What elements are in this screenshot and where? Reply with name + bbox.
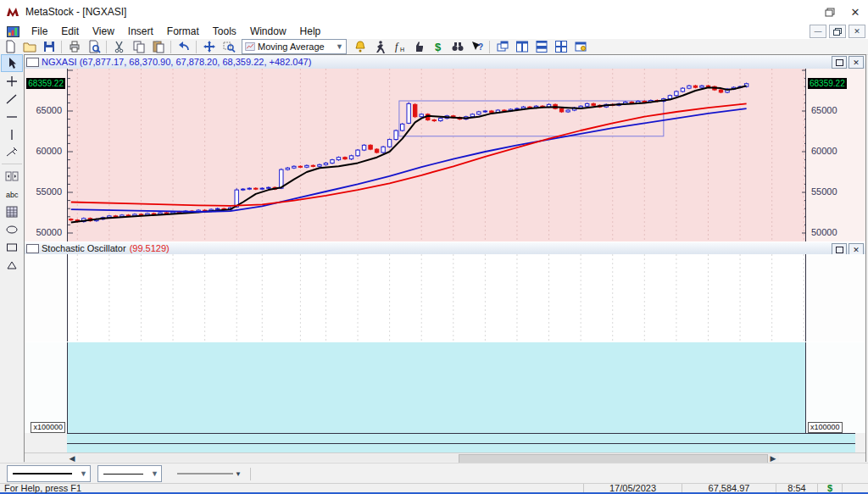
ellipse-tool-icon	[5, 223, 19, 236]
tile-vertical-button[interactable]	[512, 40, 531, 54]
paste-icon	[152, 40, 165, 53]
menu-format[interactable]: Format	[160, 25, 206, 38]
crosshair-tool-button[interactable]	[1, 72, 23, 90]
menu-window[interactable]: Window	[243, 25, 293, 38]
copy-button[interactable]	[129, 40, 148, 54]
triangle-tool-icon	[5, 258, 19, 272]
print-button[interactable]	[64, 40, 84, 54]
hline-tool-button[interactable]	[1, 108, 23, 125]
paste-button[interactable]	[148, 40, 168, 54]
menu-file[interactable]: File	[25, 25, 54, 38]
vline-tool-button[interactable]	[1, 125, 23, 143]
pane-collapse-box[interactable]	[26, 244, 39, 253]
volume-multiplier: x100000	[31, 422, 65, 433]
print-preview-icon	[87, 40, 101, 53]
scroll-right-button[interactable]: ▶	[768, 453, 778, 463]
volume-plot[interactable]	[67, 342, 806, 433]
open-folder-icon	[23, 40, 36, 53]
new-document-button[interactable]	[0, 40, 19, 54]
status-time: 8:54	[776, 484, 817, 492]
tile-grid-icon	[554, 40, 568, 53]
cut-icon	[113, 40, 126, 53]
close-document-button[interactable]: ✕	[849, 25, 865, 38]
data-grid-icon	[5, 205, 19, 219]
chart-window: NGXASI (67,877.17, 68,370.90, 67,878.20,…	[24, 54, 866, 462]
close-window-button[interactable]: ✕	[843, 3, 868, 21]
line-weight-dropdown[interactable]: ▼	[97, 465, 162, 482]
save-icon	[42, 40, 56, 53]
split-panes-button[interactable]	[1, 167, 23, 185]
rectangle-tool-button[interactable]	[1, 238, 23, 256]
menu-edit[interactable]: Edit	[54, 25, 86, 38]
pan-button[interactable]	[199, 40, 219, 54]
close-pane-button[interactable]: ✕	[849, 56, 864, 69]
hline-tool-icon	[5, 110, 19, 124]
context-help-button[interactable]: ?	[467, 40, 487, 54]
menu-help[interactable]: Help	[293, 25, 328, 38]
open-folder-button[interactable]	[19, 40, 39, 54]
new-document-icon	[3, 40, 17, 53]
menu-view[interactable]: View	[86, 25, 121, 38]
scroll-left-button[interactable]: ◀	[67, 453, 77, 463]
binoculars-button[interactable]	[448, 40, 467, 54]
line-style-dropdown[interactable]: ▼	[7, 465, 91, 482]
ellipse-tool-button[interactable]	[1, 220, 23, 238]
zoom-box-button[interactable]	[219, 40, 238, 54]
price-tick-label: 50000	[36, 227, 62, 237]
text-tool-icon: abc	[5, 187, 19, 201]
save-button[interactable]	[39, 40, 58, 54]
price-chart-plot[interactable]	[67, 69, 806, 241]
fibonacci-tool-button[interactable]	[1, 143, 23, 161]
print-preview-button[interactable]	[84, 40, 103, 54]
tile-horizontal-button[interactable]	[531, 40, 551, 54]
last-price-badge: 68359.22	[808, 78, 847, 89]
price-tick-label: 55000	[811, 186, 837, 197]
svg-text:f: f	[395, 41, 399, 53]
minimize-document-button[interactable]: —	[810, 25, 826, 38]
dollar-button[interactable]: $	[428, 40, 448, 54]
data-grid-button[interactable]	[1, 203, 23, 220]
maximize-pane-button[interactable]	[832, 56, 847, 69]
price-tick-label: 55000	[36, 186, 62, 197]
expert-advisor-button[interactable]	[350, 40, 370, 54]
trendline-tool-button[interactable]	[1, 90, 23, 108]
explorer-runner-button[interactable]	[370, 40, 389, 54]
palette-dropdown-arrow[interactable]: ▼	[235, 470, 242, 478]
cut-button[interactable]	[109, 40, 129, 54]
svg-text:?: ?	[478, 42, 483, 52]
dollar-icon: $	[431, 40, 445, 53]
cascade-windows-button[interactable]	[492, 40, 512, 54]
chevron-down-icon: ▼	[77, 469, 90, 478]
price-axis-right: 68359.22 65000600005500050000	[806, 69, 865, 241]
tile-horizontal-icon	[535, 40, 548, 53]
tile-grid-button[interactable]	[551, 40, 570, 54]
restore-window-button[interactable]	[817, 3, 843, 21]
last-price-badge: 68359.22	[26, 78, 65, 89]
chart-document-icon	[7, 26, 19, 37]
status-empty-cell	[842, 484, 868, 492]
text-tool-button[interactable]: abc	[1, 185, 23, 203]
explorer-runner-icon	[373, 40, 387, 53]
pane-collapse-box[interactable]	[26, 58, 39, 67]
main-pane-header[interactable]: NGXASI (67,877.17, 68,370.90, 67,878.20,…	[25, 55, 865, 69]
menu-items: FileEditViewInsertFormatToolsWindowHelp	[25, 25, 327, 37]
menu-insert[interactable]: Insert	[121, 25, 160, 38]
svg-text:$: $	[435, 41, 442, 53]
window-options-button[interactable]	[570, 40, 590, 54]
title-bar: MetaStock - [NGXASI] ✕	[0, 0, 868, 25]
triangle-tool-button[interactable]	[1, 256, 23, 274]
stochastic-value: (99.5129)	[130, 243, 170, 253]
window-options-icon	[574, 40, 587, 53]
menu-tools[interactable]: Tools	[206, 25, 243, 38]
indicator-dropdown[interactable]: Moving Average ▼	[242, 39, 347, 54]
stochastic-pane-header[interactable]: Stochastic Oscillator (99.5129) ✕	[25, 242, 865, 255]
commentary-button[interactable]	[409, 40, 428, 54]
stochastic-plot[interactable]	[67, 254, 806, 341]
undo-button[interactable]	[174, 40, 193, 54]
price-pane: 68359.22 65000600005500050000 68359.22 6…	[25, 69, 865, 241]
pointer-tool-button[interactable]	[1, 54, 23, 72]
restore-document-button[interactable]	[829, 25, 846, 38]
indicator-fh-button[interactable]: fH	[389, 40, 409, 54]
zoom-box-icon	[222, 40, 236, 53]
menu-bar: FileEditViewInsertFormatToolsWindowHelp …	[0, 24, 868, 40]
